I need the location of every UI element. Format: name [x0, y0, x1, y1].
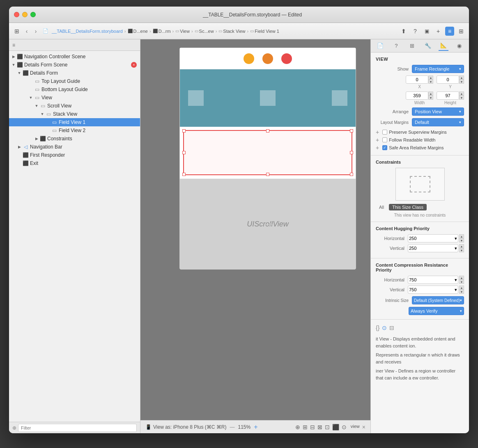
zoom-add-icon[interactable]: + — [254, 423, 257, 431]
breadcrumb-item-4[interactable]: ▭ View — [175, 29, 190, 34]
stack-icon-status[interactable]: ⊟ — [310, 424, 315, 430]
tree-item-details-form-scene[interactable]: ▼ ⬛ Details Form Scene × — [9, 61, 140, 69]
compression-h-select[interactable]: 750 ▾ — [408, 276, 458, 284]
y-input[interactable] — [437, 75, 459, 84]
tree-item-nav-controller-scene[interactable]: ▶ ⬛ Navigation Controller Scene — [9, 53, 140, 61]
filter-input[interactable] — [18, 424, 137, 432]
breadcrumb-item-3[interactable]: ⬛ D...rm — [153, 29, 171, 34]
layout-margins-select[interactable]: Default ▾ — [412, 118, 464, 126]
tab-this-size[interactable]: This Size Class — [389, 204, 427, 210]
resize-handle-mr[interactable] — [350, 151, 353, 154]
attributes-icon[interactable]: 🔧 — [423, 41, 433, 51]
desc-icon-1[interactable]: {} — [376, 324, 379, 332]
file-inspector-icon[interactable]: 📄 — [375, 41, 385, 51]
layout-icon[interactable]: ⊞ — [457, 27, 466, 36]
close-status-icon[interactable]: × — [362, 424, 365, 430]
grid-icon[interactable]: ⊞ — [12, 27, 21, 36]
hugging-v-select[interactable]: 250 ▾ — [408, 244, 458, 252]
tree-item-nav-bar[interactable]: ▶ ◁ Navigation Bar — [9, 143, 140, 151]
close-button[interactable] — [14, 12, 19, 17]
x-increment[interactable]: ▲ — [428, 75, 433, 80]
safe-plus[interactable]: + — [376, 144, 379, 151]
h-decrement[interactable]: ▼ — [459, 96, 464, 100]
hugging-h-dec[interactable]: ▼ — [459, 238, 464, 242]
resize-handle-tr[interactable] — [350, 129, 353, 133]
breadcrumb-item-6[interactable]: ▭ Stack View — [218, 29, 245, 34]
tree-item-details-form[interactable]: ▼ ⬛ Details Form — [9, 69, 140, 77]
resize-handle-br[interactable] — [350, 173, 353, 176]
grid-icon-status[interactable]: ⊞ — [303, 424, 308, 430]
breadcrumb-item-5[interactable]: ▭ Sc...ew — [195, 29, 214, 34]
compression-v-inc[interactable]: ▲ — [459, 286, 464, 290]
tree-item-view[interactable]: ▼ ▭ View — [9, 94, 140, 102]
forward-button[interactable]: › — [32, 27, 39, 35]
y-increment[interactable]: ▲ — [459, 75, 464, 80]
tree-item-field-view-2[interactable]: ▶ ▭ Field View 2 — [9, 126, 140, 135]
resize-handle-tl[interactable] — [182, 129, 186, 133]
connections-icon[interactable]: ◉ — [455, 41, 464, 51]
share-icon[interactable]: ⬆ — [399, 27, 408, 36]
tree-item-scroll-view[interactable]: ▼ ▭ Scroll View — [9, 102, 140, 110]
tree-item-exit[interactable]: ▶ ⬛ Exit — [9, 159, 140, 167]
compression-h-inc[interactable]: ▲ — [459, 276, 464, 280]
hugging-v-dec[interactable]: ▼ — [459, 248, 464, 252]
help-icon[interactable]: ? — [411, 27, 420, 36]
tab-all[interactable]: All — [376, 204, 387, 210]
compression-v-select[interactable]: 750 ▾ — [408, 286, 458, 294]
arrange-select[interactable]: Position View ▾ — [412, 107, 464, 116]
inspector-icon[interactable]: ≡ — [445, 27, 454, 36]
tree-item-top-layout[interactable]: ▶ ▭ Top Layout Guide — [9, 77, 140, 85]
hugging-v-inc[interactable]: ▲ — [459, 244, 464, 248]
identity-icon[interactable]: ⊞ — [407, 41, 417, 51]
hugging-h-inc[interactable]: ▲ — [459, 234, 464, 238]
quick-help-icon[interactable]: ? — [391, 41, 401, 51]
add-icon[interactable]: + — [434, 27, 443, 36]
sidebar-toggle[interactable]: ≡ — [12, 42, 15, 48]
pin-icon-status[interactable]: ⊠ — [317, 424, 322, 430]
file-icon[interactable]: 📄 — [41, 27, 50, 36]
always-verify-select[interactable]: Always Verify ▾ — [409, 307, 464, 315]
compression-v-dec[interactable]: ▼ — [459, 290, 464, 294]
maximize-button[interactable] — [30, 12, 36, 17]
resize-handle-bl[interactable] — [182, 173, 186, 176]
tree-item-first-responder[interactable]: ▶ ⬛ First Responder — [9, 151, 140, 159]
info-icon[interactable]: ▣ — [422, 27, 431, 36]
preserve-checkbox[interactable] — [382, 130, 387, 135]
align-icon-status[interactable]: ⊕ — [295, 424, 300, 430]
w-increment[interactable]: ▲ — [428, 91, 433, 96]
embed-icon-status[interactable]: ⬛ — [332, 424, 339, 430]
y-decrement[interactable]: ▼ — [459, 80, 464, 84]
desc-icon-2[interactable]: ⊙ — [382, 324, 387, 332]
tree-item-bottom-layout[interactable]: ▶ ▭ Bottom Layout Guide — [9, 85, 140, 94]
breadcrumb-item-1[interactable]: __TABLE__DetailsForm.storyboard — [52, 29, 123, 34]
hugging-h-select[interactable]: 250 ▾ — [408, 234, 458, 242]
back-button[interactable]: ‹ — [23, 27, 30, 35]
x-input[interactable] — [406, 75, 428, 84]
breadcrumb-item-7[interactable]: ▭ Field View 1 — [250, 29, 279, 34]
circle-icon-status[interactable]: ⊙ — [342, 424, 347, 430]
width-input[interactable] — [406, 91, 428, 100]
align2-icon-status[interactable]: ⊡ — [325, 424, 330, 430]
preserve-plus[interactable]: + — [376, 129, 379, 135]
safe-checkbox[interactable]: ✓ — [382, 145, 387, 150]
follow-checkbox[interactable] — [382, 137, 387, 142]
breadcrumb-item-2[interactable]: ⬛ D...ene — [128, 29, 148, 34]
delete-badge[interactable]: × — [131, 62, 137, 68]
h-increment[interactable]: ▲ — [459, 91, 464, 96]
follow-plus[interactable]: + — [376, 137, 379, 143]
tree-item-constraints[interactable]: ▶ ⬛ Constraints — [9, 135, 140, 143]
field-view-selected[interactable] — [183, 130, 352, 175]
compression-h-dec[interactable]: ▼ — [459, 280, 464, 284]
w-decrement[interactable]: ▼ — [428, 96, 433, 100]
height-input[interactable] — [437, 91, 459, 100]
resize-handle-ml[interactable] — [182, 151, 186, 154]
resize-handle-tc[interactable] — [266, 129, 269, 133]
show-select[interactable]: Frame Rectangle ▾ — [412, 65, 464, 73]
tree-item-stack-view[interactable]: ▼ ▭ Stack View — [9, 110, 140, 118]
intrinsic-select[interactable]: Default (System Defined) ▾ — [412, 296, 464, 304]
resize-handle-bc[interactable] — [266, 173, 269, 176]
x-decrement[interactable]: ▼ — [428, 80, 433, 84]
desc-icon-3[interactable]: ⊟ — [389, 324, 394, 332]
size-icon[interactable]: 📐 — [439, 41, 448, 51]
tree-item-field-view-1[interactable]: ▶ ▭ Field View 1 — [9, 118, 140, 126]
